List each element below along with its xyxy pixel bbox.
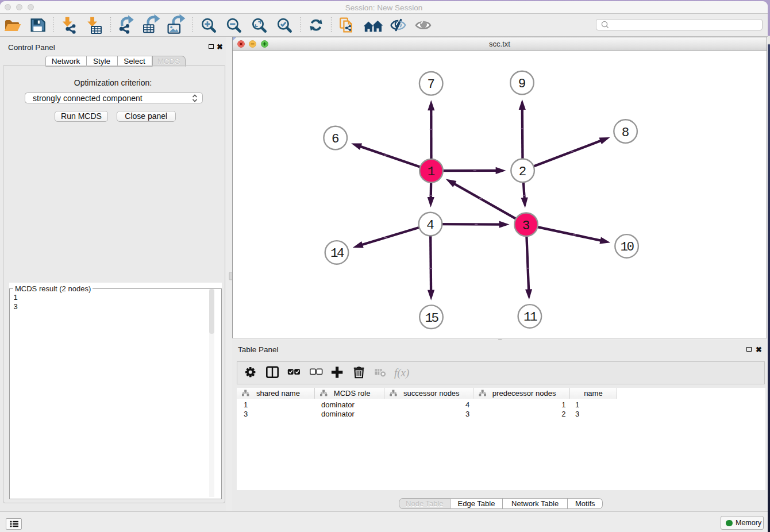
svg-text:14: 14: [330, 246, 344, 261]
svg-text:2: 2: [519, 164, 527, 179]
svg-text:8: 8: [622, 125, 630, 140]
svg-text:15: 15: [425, 311, 438, 326]
svg-text:1: 1: [428, 164, 436, 179]
svg-text:3: 3: [522, 218, 530, 233]
svg-text:10: 10: [621, 240, 634, 255]
svg-text:9: 9: [518, 76, 526, 91]
svg-text:7: 7: [427, 77, 435, 92]
svg-text:4: 4: [426, 218, 434, 233]
svg-text:6: 6: [332, 132, 340, 147]
svg-text:11: 11: [523, 310, 537, 325]
